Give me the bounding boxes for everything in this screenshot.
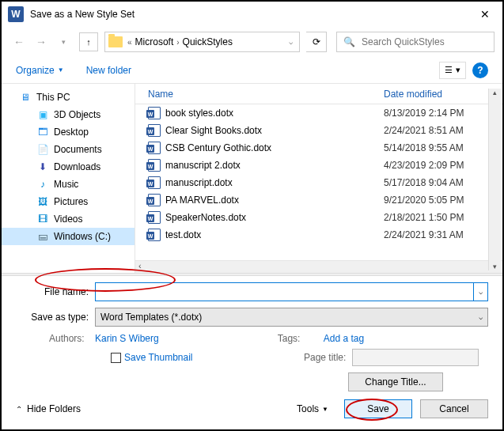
up-button[interactable]: ↑ bbox=[79, 32, 98, 51]
file-row[interactable]: CSB Century Gothic.dotx5/14/2018 9:55 AM bbox=[135, 139, 502, 157]
address-dropdown-icon[interactable]: ⌵ bbox=[286, 38, 296, 46]
organize-menu[interactable]: Organize ▼ bbox=[16, 65, 64, 76]
file-name: book styles.dotx bbox=[165, 108, 384, 119]
column-date[interactable]: Date modified bbox=[384, 89, 502, 100]
file-row[interactable]: manuscript 2.dotx4/23/2019 2:09 PM bbox=[135, 157, 502, 174]
hide-folders-button[interactable]: ⌃ Hide Folders bbox=[16, 403, 81, 414]
close-button[interactable]: ✕ bbox=[467, 2, 502, 27]
chevron-down-icon: ▼ bbox=[322, 406, 328, 413]
tags-value[interactable]: Add a tag bbox=[324, 333, 364, 344]
sidebar-label: Pictures bbox=[54, 196, 88, 207]
titlebar: W Save as a New Style Set ✕ bbox=[2, 2, 502, 27]
word-template-icon bbox=[148, 107, 161, 119]
file-name: Clear Sight Books.dotx bbox=[165, 125, 384, 136]
sidebar-label: Documents bbox=[54, 144, 102, 155]
pc-icon: 🖥 bbox=[19, 91, 32, 104]
pictures-icon: 🖼 bbox=[36, 195, 49, 208]
chevron-down-icon: ⌵ bbox=[479, 313, 483, 321]
refresh-button[interactable]: ⟳ bbox=[306, 32, 327, 52]
sidebar-item-3d-objects[interactable]: ▣3D Objects bbox=[2, 106, 135, 123]
word-template-icon bbox=[148, 124, 161, 137]
file-row[interactable]: Clear Sight Books.dotx2/24/2021 8:51 AM bbox=[135, 122, 502, 139]
sidebar-item-downloads[interactable]: ⬇Downloads bbox=[2, 158, 135, 176]
file-date: 9/21/2020 5:05 PM bbox=[384, 195, 502, 206]
word-template-icon bbox=[148, 142, 161, 154]
downloads-icon: ⬇ bbox=[36, 161, 49, 173]
word-template-icon bbox=[148, 229, 161, 241]
column-name[interactable]: Name bbox=[148, 89, 384, 100]
file-date: 5/14/2018 9:55 AM bbox=[384, 142, 502, 153]
folder-icon bbox=[108, 36, 123, 47]
breadcrumb-segment[interactable]: QuickStyles bbox=[180, 36, 236, 47]
sidebar-item-pictures[interactable]: 🖼Pictures bbox=[2, 193, 135, 210]
change-title-button[interactable]: Change Title... bbox=[348, 372, 443, 391]
horizontal-scrollbar[interactable] bbox=[135, 260, 502, 273]
file-date: 8/13/2019 2:14 PM bbox=[384, 108, 502, 119]
sidebar-item-desktop[interactable]: 🗔Desktop bbox=[2, 123, 135, 141]
explorer-pane: 🖥This PC ▣3D Objects 🗔Desktop 📄Documents… bbox=[2, 84, 502, 273]
forward-button[interactable]: → bbox=[32, 32, 51, 51]
search-box[interactable]: 🔍 bbox=[336, 32, 495, 52]
sidebar-label: Windows (C:) bbox=[54, 231, 111, 242]
help-icon[interactable]: ? bbox=[472, 62, 488, 78]
search-input[interactable] bbox=[360, 36, 487, 48]
breadcrumb-segment[interactable]: Microsoft bbox=[132, 36, 177, 47]
file-row[interactable]: manuscript.dotx5/17/2018 9:04 AM bbox=[135, 174, 502, 191]
file-name: manuscript 2.dotx bbox=[165, 160, 384, 171]
tags-label: Tags: bbox=[278, 333, 324, 344]
sidebar-label: This PC bbox=[36, 92, 70, 103]
file-row[interactable]: book styles.dotx8/13/2019 2:14 PM bbox=[135, 104, 502, 122]
new-folder-button[interactable]: New folder bbox=[86, 65, 131, 76]
authors-value[interactable]: Karin S Wiberg bbox=[95, 333, 159, 344]
vertical-scrollbar[interactable] bbox=[488, 89, 501, 270]
save-as-type-select[interactable]: Word Templates (*.dotx) ⌵ bbox=[95, 308, 488, 327]
file-row[interactable]: test.dotx2/24/2021 9:31 AM bbox=[135, 226, 502, 244]
sidebar-label: 3D Objects bbox=[54, 109, 100, 120]
hide-folders-label: Hide Folders bbox=[27, 403, 81, 414]
address-bar[interactable]: « Microsoft › QuickStyles ⌵ bbox=[104, 32, 300, 52]
file-date: 4/23/2019 2:09 PM bbox=[384, 160, 502, 171]
tools-menu[interactable]: Tools ▼ bbox=[297, 403, 328, 414]
save-thumbnail-label: Save Thumbnail bbox=[124, 352, 193, 363]
word-template-icon bbox=[148, 176, 161, 189]
filename-input[interactable] bbox=[95, 282, 474, 301]
sidebar-label: Music bbox=[54, 179, 78, 190]
filename-label: File name: bbox=[16, 286, 95, 297]
file-list-pane: Name Date modified book styles.dotx8/13/… bbox=[135, 84, 502, 273]
sidebar: 🖥This PC ▣3D Objects 🗔Desktop 📄Documents… bbox=[2, 84, 135, 273]
type-value: Word Templates (*.dotx) bbox=[100, 312, 202, 323]
file-row[interactable]: PA MARVEL.dotx9/21/2020 5:05 PM bbox=[135, 191, 502, 209]
form-area: File name: ⌵ Save as type: Word Template… bbox=[2, 276, 502, 391]
file-list-header: Name Date modified bbox=[135, 84, 502, 104]
chevron-down-icon: ▼ bbox=[58, 66, 64, 74]
sidebar-item-documents[interactable]: 📄Documents bbox=[2, 141, 135, 158]
file-row[interactable]: SpeakerNotes.dotx2/18/2021 1:50 PM bbox=[135, 209, 502, 226]
file-name: CSB Century Gothic.dotx bbox=[165, 142, 384, 153]
filename-dropdown[interactable]: ⌵ bbox=[474, 282, 488, 301]
page-title-input[interactable] bbox=[352, 349, 479, 366]
file-list[interactable]: book styles.dotx8/13/2019 2:14 PMClear S… bbox=[135, 104, 502, 260]
cancel-button[interactable]: Cancel bbox=[420, 399, 488, 418]
sidebar-item-music[interactable]: ♪Music bbox=[2, 176, 135, 193]
back-button[interactable]: ← bbox=[9, 32, 28, 51]
sidebar-item-windows-c[interactable]: 🖴Windows (C:) bbox=[2, 228, 135, 245]
view-options-button[interactable]: ☰ ▾ bbox=[439, 62, 466, 79]
3d-objects-icon: ▣ bbox=[36, 108, 49, 121]
save-as-type-label: Save as type: bbox=[16, 312, 95, 323]
window-title: Save as a New Style Set bbox=[30, 9, 467, 20]
desktop-icon: 🗔 bbox=[36, 126, 49, 138]
music-icon: ♪ bbox=[36, 178, 49, 191]
file-name: SpeakerNotes.dotx bbox=[165, 212, 384, 223]
save-thumbnail-checkbox[interactable] bbox=[111, 353, 121, 363]
word-template-icon bbox=[148, 194, 161, 206]
save-button[interactable]: Save bbox=[344, 399, 412, 418]
tools-label: Tools bbox=[297, 403, 319, 414]
organize-label: Organize bbox=[16, 65, 55, 76]
sidebar-item-this-pc[interactable]: 🖥This PC bbox=[2, 89, 135, 106]
drive-icon: 🖴 bbox=[36, 230, 49, 243]
history-dropdown[interactable]: ▾ bbox=[54, 32, 73, 51]
sidebar-item-videos[interactable]: 🎞Videos bbox=[2, 210, 135, 228]
save-dialog: W Save as a New Style Set ✕ ← → ▾ ↑ « Mi… bbox=[0, 0, 504, 431]
file-date: 2/18/2021 1:50 PM bbox=[384, 212, 502, 223]
dialog-footer: ⌃ Hide Folders Tools ▼ Save Cancel bbox=[2, 391, 502, 429]
